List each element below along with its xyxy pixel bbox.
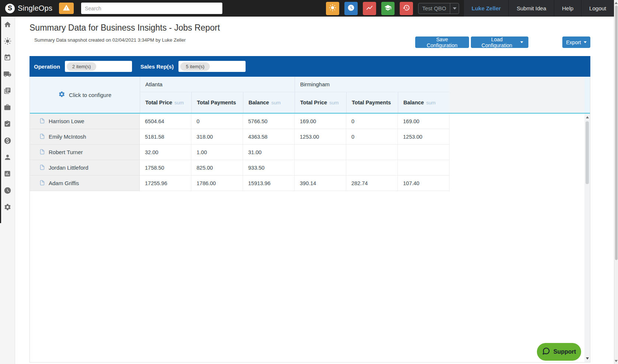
page-vertical-scrollbar[interactable] [614, 0, 618, 364]
export-button[interactable]: Export [562, 37, 590, 48]
sidebar-item-routing[interactable] [0, 70, 15, 79]
sidebar-item-customers[interactable] [0, 153, 15, 162]
nav-help-link[interactable]: Help [554, 0, 581, 17]
company-select-value: Test QBO [419, 5, 450, 11]
chat-bubble-icon [542, 347, 550, 357]
cell-value [398, 160, 449, 176]
singleops-brand[interactable]: S SingleOps [0, 4, 52, 13]
clipboard-check-icon [4, 120, 11, 129]
row-name: Robert Turner [49, 149, 83, 155]
dollar-icon [4, 137, 11, 146]
cell-value: 318.00 [191, 129, 243, 145]
warning-triangle-icon [63, 4, 70, 13]
save-configuration-button[interactable]: Save Configuration [415, 37, 469, 48]
support-label: Support [553, 349, 576, 355]
header-scrollbar-strip [584, 77, 590, 113]
brand-name: SingleOps [18, 4, 52, 13]
configure-cell[interactable]: Click to configure [30, 77, 140, 113]
top-navbar: S SingleOps [0, 0, 614, 17]
sun-icon [329, 4, 336, 13]
operation-filter-input[interactable]: 2 item(s) [65, 61, 132, 72]
sales-rep-filter-label: Sales Rep(s) [140, 63, 174, 70]
chart-quick-button[interactable] [363, 2, 376, 15]
column-header[interactable]: Balancesum [398, 92, 449, 113]
cell-value: 4363.58 [243, 129, 295, 145]
row-name-cell[interactable]: Adam Griffis [30, 176, 140, 191]
document-icon [39, 179, 45, 187]
support-button[interactable]: Support [537, 343, 581, 361]
column-agg[interactable]: sum [174, 100, 184, 105]
column-header[interactable]: Balancesum [243, 92, 295, 113]
row-name-cell[interactable]: Harrison Lowe [30, 114, 140, 129]
table-vertical-scrollbar[interactable] [584, 114, 590, 362]
load-configuration-button[interactable]: Load Configuration [471, 37, 528, 48]
sidebar-item-reports[interactable] [0, 170, 15, 179]
sales-rep-filter-value[interactable]: 5 item(s) [180, 62, 210, 71]
sun-quick-button[interactable] [326, 2, 339, 15]
search-input[interactable] [81, 3, 222, 14]
scrollbar-thumb[interactable] [586, 121, 589, 184]
row-name-cell[interactable]: Emily McIntosh [30, 129, 140, 145]
cell-value [295, 160, 346, 176]
sidebar-item-tasks[interactable] [0, 120, 15, 129]
clock-icon [347, 4, 355, 13]
row-name-cell[interactable]: Jordan Littleford [30, 160, 140, 176]
column-agg[interactable]: sum [271, 100, 281, 105]
sidebar-item-jobs[interactable] [0, 104, 15, 112]
company-select[interactable]: Test QBO [418, 3, 459, 14]
sidebar-item-timesheets[interactable] [0, 187, 15, 195]
collapsed-panel-strip [0, 17, 1, 223]
cell-value [295, 145, 346, 160]
training-quick-button[interactable] [381, 2, 395, 15]
cell-value [346, 160, 398, 176]
column-header[interactable]: Total Pricesum [295, 92, 346, 113]
sidebar-item-leads[interactable] [0, 37, 15, 46]
sidebar-item-settings[interactable] [0, 203, 15, 212]
nav-submit-idea-link[interactable]: Submit Idea [508, 0, 554, 17]
document-icon [39, 117, 45, 125]
scrollbar-thumb[interactable] [615, 6, 618, 260]
cell-value: 933.50 [243, 160, 295, 176]
sidebar-item-documents[interactable] [0, 87, 15, 96]
nav-user-link[interactable]: Luke Zeller [464, 0, 508, 17]
cell-value: 1.00 [191, 145, 243, 160]
cell-value: 1758.50 [140, 160, 191, 176]
left-sidebar [0, 17, 15, 364]
sidebar-item-billing[interactable] [0, 137, 15, 146]
operation-filter-label: Operation [34, 63, 60, 70]
column-label: Total Price [300, 100, 327, 105]
scroll-up-arrow-icon[interactable] [586, 116, 589, 118]
row-name: Harrison Lowe [49, 118, 84, 124]
warning-alert-button[interactable] [59, 3, 74, 14]
cell-value: 5181.58 [140, 129, 191, 145]
row-name-cell[interactable]: Robert Turner [30, 145, 140, 160]
briefcase-icon [4, 104, 11, 112]
row-name: Emily McIntosh [49, 134, 86, 140]
operation-filter-value[interactable]: 2 item(s) [67, 62, 97, 71]
column-agg[interactable]: sum [426, 100, 436, 105]
export-label: Export [566, 39, 581, 45]
sidebar-item-calendar[interactable] [0, 54, 15, 63]
column-label: Balance [249, 100, 269, 105]
cell-value: 825.00 [191, 160, 243, 176]
scroll-up-arrow-icon[interactable] [615, 2, 618, 4]
scroll-down-arrow-icon[interactable] [586, 357, 589, 360]
cell-value [346, 145, 398, 160]
cell-value: 1253.00 [295, 129, 346, 145]
configure-label: Click to configure [69, 92, 111, 98]
chart-line-icon [366, 4, 373, 13]
calendar-icon [4, 54, 11, 63]
sales-rep-filter-input[interactable]: 5 item(s) [178, 61, 246, 72]
nav-logout-link[interactable]: Logout [581, 0, 614, 17]
table-row: Adam Griffis 17255.96 1786.00 15913.96 3… [30, 176, 590, 191]
column-header[interactable]: Total Pricesum [140, 92, 191, 113]
sidebar-item-home[interactable] [0, 21, 15, 30]
history-quick-button[interactable] [400, 2, 413, 15]
clock-quick-button[interactable] [344, 2, 358, 15]
column-header[interactable]: Total Payments [191, 92, 243, 113]
column-agg[interactable]: sum [329, 100, 339, 105]
gear-icon [4, 203, 11, 212]
column-header[interactable]: Total Payments [346, 92, 398, 113]
truck-icon [3, 70, 11, 80]
scroll-down-arrow-icon[interactable] [615, 360, 618, 362]
